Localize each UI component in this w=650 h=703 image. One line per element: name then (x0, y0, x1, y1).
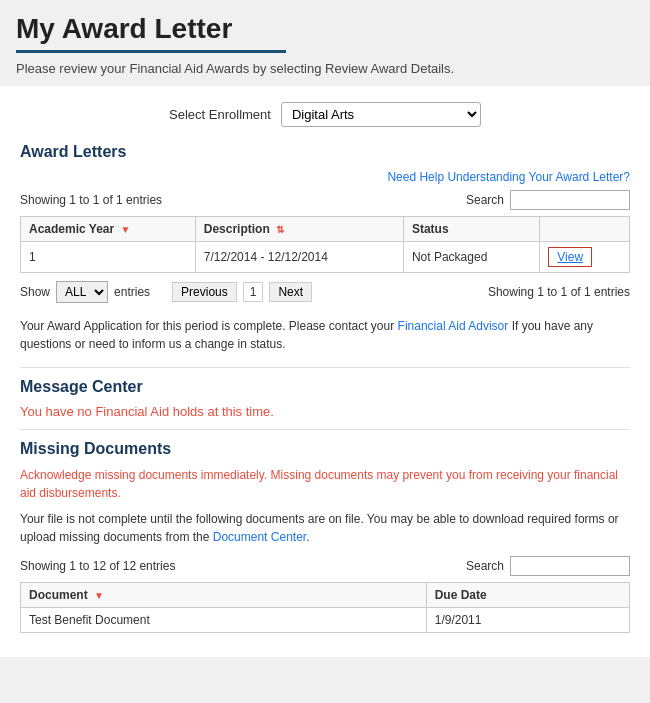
help-link[interactable]: Need Help Understanding Your Award Lette… (387, 170, 630, 184)
missing-docs-warning: Acknowledge missing documents immediatel… (20, 466, 630, 502)
header-subtitle: Please review your Financial Aid Awards … (16, 61, 634, 76)
missing-documents-section: Missing Documents Acknowledge missing do… (20, 440, 630, 633)
sort-icon-academic-year: ▼ (121, 224, 131, 235)
cell-action: View (540, 241, 630, 272)
page-title: My Award Letter (16, 12, 634, 46)
pagination-left: Show ALL 10 25 50 100 entries Previous 1… (20, 281, 312, 303)
view-button[interactable]: View (548, 247, 592, 267)
award-letters-title: Award Letters (20, 143, 630, 161)
missing-docs-info-before: Your file is not complete until the foll… (20, 512, 619, 544)
sort-icon-description: ⇅ (276, 224, 284, 235)
document-center-link[interactable]: Document Center (213, 530, 306, 544)
divider-2 (20, 429, 630, 430)
missing-docs-header-row: Document ▼ Due Date (21, 582, 630, 607)
missing-docs-search-input[interactable] (510, 556, 630, 576)
sort-icon-document: ▼ (94, 590, 104, 601)
prev-button[interactable]: Previous (172, 282, 237, 302)
search-label: Search (466, 193, 504, 207)
award-app-text-before: Your Award Application for this period i… (20, 319, 398, 333)
col-status: Status (403, 216, 539, 241)
cell-document: Test Benefit Document (21, 607, 427, 632)
missing-docs-search-box: Search (466, 556, 630, 576)
col-action (540, 216, 630, 241)
col-document: Document ▼ (21, 582, 427, 607)
page-number: 1 (243, 282, 264, 302)
pagination-row: Show ALL 10 25 50 100 entries Previous 1… (20, 281, 630, 303)
entries-label: entries (114, 285, 150, 299)
enrollment-row: Select Enrollment Digital Arts General S… (20, 102, 630, 127)
message-center-title: Message Center (20, 378, 630, 396)
award-showing-text: Showing 1 to 1 of 1 entries (20, 193, 162, 207)
missing-docs-search-label: Search (466, 559, 504, 573)
cell-status: Not Packaged (403, 241, 539, 272)
missing-docs-table-controls: Showing 1 to 12 of 12 entries Search (20, 556, 630, 576)
main-content: Select Enrollment Digital Arts General S… (0, 86, 650, 657)
help-link-container: Need Help Understanding Your Award Lette… (20, 169, 630, 184)
table-row: Test Benefit Document 1/9/2011 (21, 607, 630, 632)
divider-1 (20, 367, 630, 368)
no-holds-text: You have no Financial Aid holds at this … (20, 404, 630, 419)
showing-right: Showing 1 to 1 of 1 entries (488, 285, 630, 299)
col-description: Description ⇅ (195, 216, 403, 241)
award-table-controls: Showing 1 to 1 of 1 entries Search (20, 190, 630, 210)
message-center-section: Message Center You have no Financial Aid… (20, 378, 630, 419)
col-due-date: Due Date (426, 582, 629, 607)
cell-description: 7/12/2014 - 12/12/2014 (195, 241, 403, 272)
missing-docs-info: Your file is not complete until the foll… (20, 510, 630, 546)
title-underline (16, 50, 286, 53)
cell-due-date: 1/9/2011 (426, 607, 629, 632)
enrollment-select[interactable]: Digital Arts General Studies Business Ad… (281, 102, 481, 127)
cell-academic-year: 1 (21, 241, 196, 272)
missing-docs-table: Document ▼ Due Date Test Benefit Documen… (20, 582, 630, 633)
next-button[interactable]: Next (269, 282, 312, 302)
enrollment-label: Select Enrollment (169, 107, 271, 122)
header-section: My Award Letter Please review your Finan… (0, 0, 650, 86)
financial-aid-advisor-link[interactable]: Financial Aid Advisor (398, 319, 509, 333)
show-select[interactable]: ALL 10 25 50 100 (56, 281, 108, 303)
award-search-box: Search (466, 190, 630, 210)
award-letters-section: Award Letters Need Help Understanding Yo… (20, 143, 630, 303)
show-label: Show (20, 285, 50, 299)
col-academic-year: Academic Year ▼ (21, 216, 196, 241)
table-row: 1 7/12/2014 - 12/12/2014 Not Packaged Vi… (21, 241, 630, 272)
award-letters-table: Academic Year ▼ Description ⇅ Status 1 7… (20, 216, 630, 273)
missing-docs-info-after: . (306, 530, 309, 544)
missing-docs-showing-text: Showing 1 to 12 of 12 entries (20, 559, 175, 573)
award-table-header-row: Academic Year ▼ Description ⇅ Status (21, 216, 630, 241)
award-search-input[interactable] (510, 190, 630, 210)
missing-docs-title: Missing Documents (20, 440, 630, 458)
award-app-paragraph: Your Award Application for this period i… (20, 317, 630, 353)
